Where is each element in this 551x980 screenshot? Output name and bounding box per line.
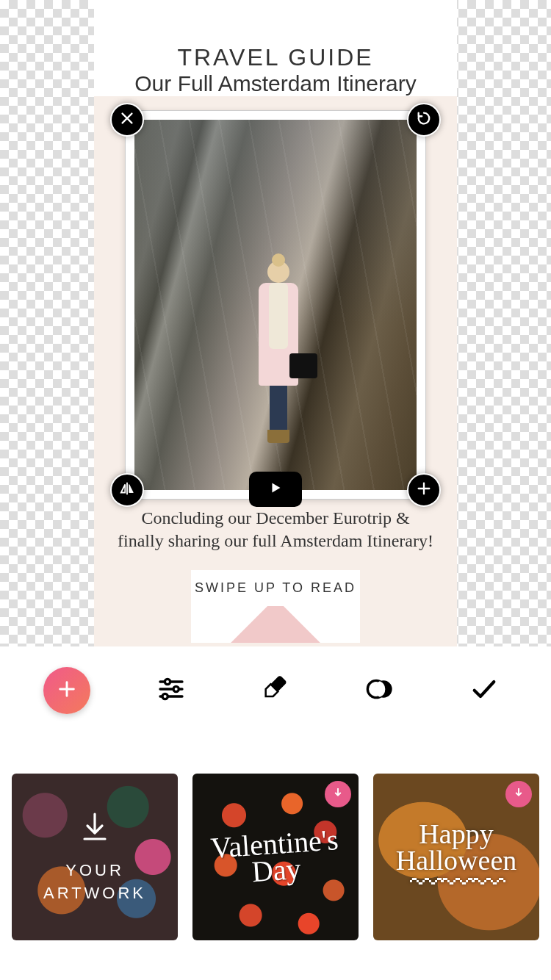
- template-your-artwork[interactable]: YOUR ARTWORK: [12, 774, 178, 940]
- template-label: Valentine's Day: [210, 826, 341, 888]
- template-label: YOUR ARTWORK: [43, 860, 146, 905]
- template-happy-halloween[interactable]: Happy Halloween 〰〰〰: [373, 774, 539, 940]
- template-strip[interactable]: YOUR ARTWORK Valentine's Day Happy Hallo…: [0, 735, 551, 980]
- add-button[interactable]: [43, 667, 90, 714]
- plus-icon: [416, 480, 432, 500]
- mask-icon: [365, 674, 395, 707]
- template-valentines-day[interactable]: Valentine's Day: [192, 774, 359, 940]
- download-icon: [512, 786, 525, 802]
- caption-line-2: finally sharing our full Amsterdam Itine…: [118, 531, 433, 550]
- undo-icon: [416, 110, 432, 129]
- template-label-line2: ARTWORK: [43, 884, 146, 902]
- story-card[interactable]: TRAVEL GUIDE Our Full Amsterdam Itinerar…: [94, 0, 457, 646]
- photo-subject: [253, 261, 304, 444]
- close-handle[interactable]: [110, 103, 144, 137]
- download-icon: [77, 810, 112, 848]
- caption-line-1: Concluding our December Eurotrip &: [141, 508, 409, 527]
- download-badge[interactable]: [505, 781, 532, 807]
- photo-frame[interactable]: [125, 110, 426, 500]
- plus-icon: [57, 679, 77, 702]
- add-handle[interactable]: [407, 473, 441, 507]
- template-label-line1: YOUR: [65, 861, 124, 879]
- story-caption: Concluding our December Eurotrip & final…: [94, 507, 457, 552]
- download-badge[interactable]: [325, 781, 351, 807]
- confirm-button[interactable]: [461, 667, 508, 714]
- story-title: TRAVEL GUIDE: [94, 44, 457, 71]
- close-icon: [119, 110, 135, 129]
- svg-point-1: [165, 679, 170, 684]
- photo-image: [134, 120, 417, 490]
- story-subtitle: Our Full Amsterdam Itinerary: [94, 71, 457, 96]
- canvas-area: TRAVEL GUIDE Our Full Amsterdam Itinerar…: [0, 0, 551, 646]
- template-label: Happy Halloween 〰〰〰: [396, 821, 517, 894]
- story-header: TRAVEL GUIDE Our Full Amsterdam Itinerar…: [94, 0, 457, 96]
- swipe-up-box: SWIPE UP TO READ: [191, 570, 360, 643]
- decorative-swash: 〰〰〰: [396, 873, 517, 894]
- mask-button[interactable]: [356, 667, 403, 714]
- chevron-up-icon: [224, 606, 327, 643]
- undo-handle[interactable]: [407, 103, 441, 137]
- swipe-up-label: SWIPE UP TO READ: [191, 580, 360, 596]
- play-icon: [267, 480, 284, 499]
- play-button[interactable]: [249, 472, 302, 507]
- sliders-icon: [156, 674, 186, 707]
- editor-toolbar: [0, 646, 551, 735]
- settings-button[interactable]: [148, 667, 195, 714]
- download-icon: [331, 786, 345, 802]
- flip-handle[interactable]: [110, 473, 144, 507]
- check-icon: [469, 674, 499, 707]
- flip-horizontal-icon: [119, 480, 135, 500]
- svg-point-5: [162, 693, 168, 699]
- template-label-line2: Day: [251, 851, 302, 888]
- eraser-icon: [261, 674, 290, 707]
- svg-point-3: [173, 686, 179, 691]
- erase-button[interactable]: [252, 667, 299, 714]
